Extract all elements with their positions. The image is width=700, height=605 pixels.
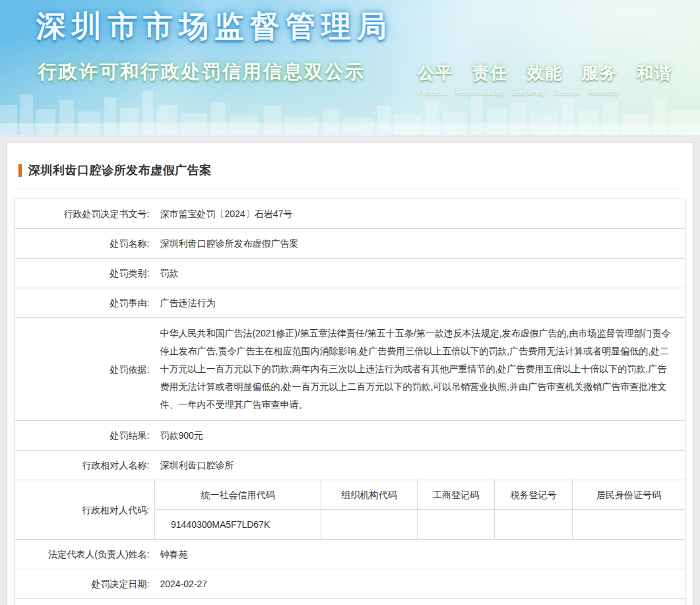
code-column-header: 工商登记码 (418, 480, 495, 510)
row-party-name: 行政相对人名称: 深圳利齿口腔诊所 (15, 451, 685, 480)
banner-slogan: 公平 责任 效能 服务 和谐 Faimess Responsibility Ef… (418, 62, 672, 96)
code-column-header: 组织机构代码 (321, 480, 418, 510)
row-label: 处罚类别: (15, 259, 155, 288)
code-value (573, 510, 685, 540)
row-document-number: 行政处罚决定书文号: 深市监宝处罚〔2024〕石岩47号 (15, 199, 685, 229)
row-legal-representative: 法定代表人(负责人)姓名: 钟春苑 (15, 540, 685, 569)
row-penalty-result: 处罚结果: 罚款900元 (15, 421, 685, 451)
row-decision-date: 处罚决定日期: 2024-02-27 (15, 569, 685, 599)
row-value: 深圳市市场监督管理局宝安监管局 (155, 599, 685, 605)
penalty-info-table: 行政处罚决定书文号: 深市监宝处罚〔2024〕石岩47号 处罚名称: 深圳利齿口… (15, 199, 685, 605)
code-value (495, 510, 573, 540)
site-banner: 深圳市市场监督管理局 行政许可和行政处罚信用信息双公示 公平 责任 效能 服务 … (0, 0, 700, 135)
row-label: 处罚事由: (15, 288, 155, 318)
code-value (418, 510, 495, 540)
row-value: 深圳利齿口腔诊所发布虚假广告案 (155, 229, 685, 259)
row-value: 罚款 (155, 259, 685, 288)
row-penalty-category: 处罚类别: 罚款 (15, 259, 685, 288)
row-label: 处罚名称: (15, 229, 155, 259)
row-value: 中华人民共和国广告法(2021修正)/第五章法律责任/第五十五条/第一款违反本法… (155, 318, 685, 421)
code-column-header: 居民身份证号码 (573, 480, 685, 510)
row-penalty-basis: 处罚依据: 中华人民共和国广告法(2021修正)/第五章法律责任/第五十五条/第… (15, 318, 685, 421)
row-value: 2024-02-27 (155, 569, 685, 599)
row-label: 处罚结果: (15, 421, 155, 451)
row-value: 深圳利齿口腔诊所 (155, 451, 685, 480)
row-label: 法定代表人(负责人)姓名: (15, 540, 155, 569)
row-label: 处罚依据: (15, 318, 155, 421)
content-panel: 深圳利齿口腔诊所发布虚假广告案 行政处罚决定书文号: 深市监宝处罚〔2024〕石… (7, 142, 693, 605)
code-column-header: 统一社会信用代码 (155, 480, 321, 510)
row-label: 行政处罚决定书文号: (15, 199, 155, 229)
row-value: 广告违法行为 (155, 288, 685, 318)
slogan-chinese: 公平 责任 效能 服务 和谐 (418, 62, 672, 84)
row-label: 处罚机关: (15, 599, 155, 605)
row-value: 钟春苑 (155, 540, 685, 569)
code-value: 91440300MA5F7LD67K (155, 510, 321, 540)
page-title-row: 深圳利齿口腔诊所发布虚假广告案 (15, 148, 685, 189)
row-value: 罚款900元 (155, 421, 685, 451)
code-column-header: 税务登记号 (495, 480, 573, 510)
row-label: 行政相对人代码: (15, 480, 155, 540)
row-party-codes-header: 行政相对人代码: 统一社会信用代码 组织机构代码 工商登记码 税务登记号 居民身… (15, 480, 685, 510)
page-title: 深圳利齿口腔诊所发布虚假广告案 (28, 162, 212, 178)
code-value (321, 510, 418, 540)
title-accent-bar (18, 164, 22, 177)
row-penalty-name: 处罚名称: 深圳利齿口腔诊所发布虚假广告案 (15, 229, 685, 259)
row-penalty-authority: 处罚机关: 深圳市市场监督管理局宝安监管局 (15, 599, 685, 605)
site-title: 深圳市市场监督管理局 (36, 7, 393, 46)
site-subtitle: 行政许可和行政处罚信用信息双公示 (38, 59, 366, 84)
page: 深圳市市场监督管理局 行政许可和行政处罚信用信息双公示 公平 责任 效能 服务 … (0, 0, 700, 605)
row-label: 行政相对人名称: (15, 451, 155, 480)
row-label: 处罚决定日期: (15, 569, 155, 599)
row-penalty-reason: 处罚事由: 广告违法行为 (15, 288, 685, 318)
slogan-english: Faimess Responsibility Efficiency Servic… (418, 88, 672, 96)
row-value: 深市监宝处罚〔2024〕石岩47号 (155, 199, 685, 229)
